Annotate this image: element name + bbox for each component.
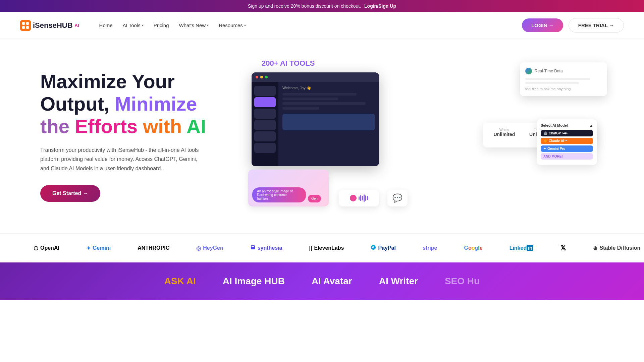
svg-rect-2 [26, 22, 29, 25]
nav-pricing[interactable]: Pricing [154, 22, 169, 28]
chat-bubble-icon: 💬 [392, 193, 402, 203]
get-started-button[interactable]: Get Started → [40, 185, 100, 202]
logo[interactable]: iSenseHUBAI [20, 20, 79, 31]
hero-title-ai: AI [182, 115, 206, 137]
stat-label: Words [488, 128, 520, 132]
nav-whats-new[interactable]: What's New ▾ [179, 22, 209, 28]
ai-tools-badge: 200+ AI TOOLS [262, 59, 315, 68]
synthesia-icon [250, 245, 256, 251]
gemini-model-icon: ✦ [543, 147, 546, 150]
partner-openai: ⬡ OpenAI [20, 245, 73, 251]
wave-bar [362, 196, 363, 200]
content-line [282, 102, 366, 105]
nav-home[interactable]: Home [99, 22, 113, 28]
hero-title-with: with [138, 115, 182, 137]
dashboard-content: Welcome, Jay 👋 [278, 82, 379, 166]
logo-text: iSenseHUB [33, 21, 73, 30]
chat-icon-card: 💬 [387, 190, 408, 206]
x-label: 𝕏 [560, 244, 566, 252]
svg-rect-3 [22, 26, 25, 29]
heygen-icon: ◎ [196, 245, 201, 251]
image-gen-card: An anime style image of Darthwang costum… [248, 170, 329, 206]
model-option-claude[interactable]: 🔶 Claude AI™ [541, 138, 593, 144]
svg-text:P: P [372, 246, 374, 249]
elevenlabs-icon: || [309, 245, 312, 251]
free-trial-button[interactable]: FREE TRIAL → [569, 18, 624, 33]
model-option-more[interactable]: AND MORE! [541, 153, 593, 160]
chat-header-text: Real-Time Data [535, 69, 563, 73]
partner-anthropic: ANTHROPIC [124, 245, 183, 251]
model-chatgpt-label: ChatGPT-4+ [549, 131, 568, 135]
hero-left: Maximize Your Output, Minimize the Effor… [40, 70, 228, 202]
partner-google: Google [450, 245, 496, 251]
stripe-label: stripe [423, 245, 437, 251]
hero-description: Transform your productivity with iSenseH… [40, 145, 201, 173]
anthropic-label: ANTHROPIC [138, 245, 169, 251]
paypal-icon: P [371, 245, 376, 251]
audio-wave [359, 194, 368, 202]
model-option-gemini[interactable]: ✦ Gemini Pro [541, 145, 593, 152]
wave-bar [359, 196, 360, 200]
header-actions: LOGIN → FREE TRIAL → [522, 18, 624, 33]
feature-ai-avatar[interactable]: AI Avatar [312, 276, 352, 287]
svg-rect-1 [22, 22, 25, 25]
elevenlabs-label: ElevenLabs [314, 245, 344, 251]
linkedin-label: Linkedin [509, 245, 534, 251]
nav-ai-tools[interactable]: AI Tools ▾ [123, 22, 144, 28]
partner-gemini: ✦ Gemini [73, 245, 124, 251]
nav-resources[interactable]: Resources ▾ [219, 22, 246, 28]
login-button[interactable]: LOGIN → [522, 18, 563, 32]
partner-x: 𝕏 [547, 244, 580, 252]
wave-bar [365, 195, 366, 201]
chat-bubble: Real-Time Data feel free to ask me anyth… [520, 62, 607, 96]
partner-linkedin: Linkedin [496, 245, 547, 251]
svg-rect-6 [252, 246, 254, 247]
partner-synthesia: synthesia [237, 245, 296, 251]
banner-text: Sign up and receive 20% bonus discount o… [248, 3, 361, 9]
gemini-label: Gemini [93, 245, 111, 251]
dashboard-sidebar [252, 82, 278, 166]
stable-icon: ⊕ [593, 245, 597, 251]
dashboard-mockup: Welcome, Jay 👋 [252, 72, 379, 166]
window-dot-yellow [260, 76, 263, 78]
partner-paypal: P PayPal [357, 245, 409, 251]
content-line [282, 107, 319, 110]
openai-icon: ⬡ [34, 245, 38, 251]
synthesia-label: synthesia [258, 245, 282, 251]
model-option-chatgpt[interactable]: 🤖 ChatGPT-4+ [541, 130, 593, 136]
wave-bar [367, 196, 368, 200]
model-claude-label: Claude AI™ [549, 139, 568, 143]
gemini-partner-icon: ✦ [86, 245, 91, 251]
image-gen-input[interactable]: An anime style image of Darthwang costum… [252, 187, 306, 202]
window-dot-green [265, 76, 268, 78]
ai-model-header: Select AI Model ▲ [541, 123, 593, 127]
chevron-down-icon: ▾ [207, 23, 209, 27]
partners-bar: ⬡ OpenAI ✦ Gemini ANTHROPIC ◎ HeyGen syn… [0, 233, 644, 262]
feature-ai-writer[interactable]: AI Writer [379, 276, 418, 287]
chatgpt-icon: 🤖 [543, 131, 547, 135]
model-gemini-label: Gemini Pro [547, 147, 565, 150]
feature-ask-ai[interactable]: ASK AI [164, 276, 196, 287]
model-more-label: AND MORE! [543, 155, 563, 158]
mic-icon [350, 195, 357, 201]
hero-right: 200+ AI TOOLS Welcome, Jay 👋 [248, 59, 604, 213]
banner-login-link[interactable]: Login/Sign Up [364, 3, 396, 9]
partner-stable-diffusion: ⊕ Stable Diffusion [580, 245, 644, 251]
chevron-down-icon: ▾ [142, 23, 144, 27]
svg-rect-5 [251, 245, 255, 249]
feature-seo-hub[interactable]: SEO Hu [445, 276, 480, 287]
header: iSenseHUBAI Home AI Tools ▾ Pricing What… [0, 12, 644, 39]
heygen-label: HeyGen [203, 245, 223, 251]
ai-model-card: Select AI Model ▲ 🤖 ChatGPT-4+ 🔶 Claude … [537, 119, 597, 165]
wave-bar [360, 195, 361, 201]
partner-heygen: ◎ HeyGen [183, 245, 236, 251]
chat-bubble-header: Real-Time Data [525, 68, 602, 74]
chat-prompt: feel free to ask me anything. [525, 87, 602, 91]
logo-icon [20, 20, 31, 31]
image-gen-button[interactable]: Gen [308, 195, 321, 202]
wave-bar [364, 194, 365, 202]
dashboard-header [252, 72, 379, 82]
feature-image-hub[interactable]: AI Image HUB [223, 276, 285, 287]
window-dot-red [256, 76, 258, 78]
chat-line [525, 82, 579, 84]
